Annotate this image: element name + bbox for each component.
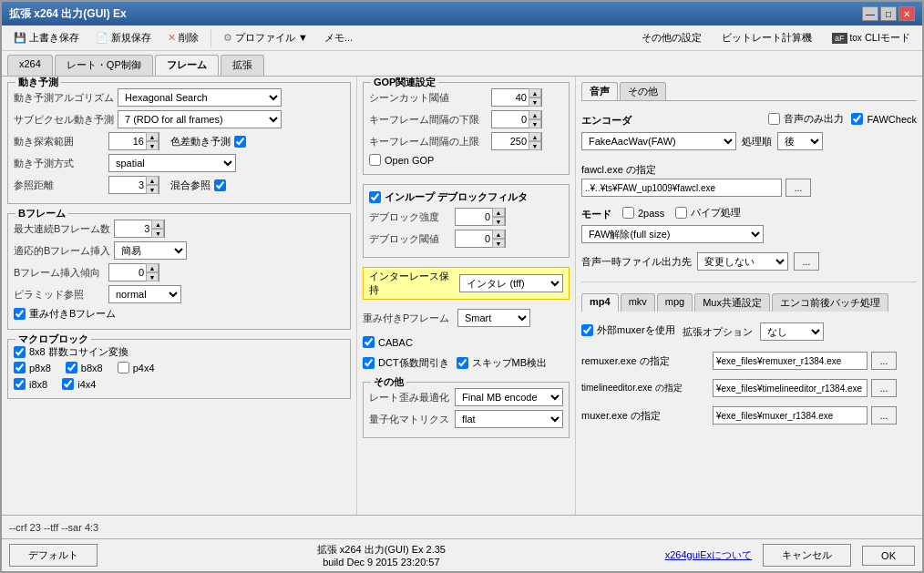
audio-only-checkbox[interactable] — [768, 113, 780, 125]
deblock-threshold-down[interactable]: ▼ — [492, 239, 505, 248]
ref-dist-input[interactable] — [109, 177, 146, 193]
mux-common-tab[interactable]: Mux共通設定 — [694, 293, 770, 312]
other-settings-button[interactable]: その他の設定 — [635, 28, 708, 47]
maximize-button[interactable]: □ — [880, 6, 897, 21]
weighted-bframe-checkbox[interactable] — [14, 308, 26, 320]
keyframe-max-row: キーフレーム間隔の上限 ▲ ▼ — [369, 132, 563, 150]
tab-frame[interactable]: フレーム — [155, 55, 219, 76]
new-save-button[interactable]: 📄 新規保存 — [89, 28, 158, 47]
audio-tab[interactable]: 音声 — [581, 82, 618, 100]
bitrate-calc-button[interactable]: ビットレート計算機 — [715, 28, 818, 47]
bframe-group: Bフレーム 最大連続Bフレーム数 ▲ ▼ 適応的Bフレーム挿入 簡易 — [7, 213, 351, 330]
tab-advanced[interactable]: 拡張 — [221, 55, 264, 76]
mode-select[interactable]: spatial — [108, 154, 236, 172]
algo-select[interactable]: Hexagonal Search — [118, 88, 282, 107]
keyframe-min-up[interactable]: ▲ — [529, 110, 541, 119]
twopass-checkbox[interactable] — [622, 207, 634, 219]
bframe-adapt-select[interactable]: 簡易 — [114, 241, 187, 260]
enco-batch-tab[interactable]: エンコ前後バッチ処理 — [772, 293, 888, 312]
pipe-checkbox[interactable] — [675, 207, 687, 219]
profile-button[interactable]: ⚙ プロファイル ▼ — [217, 28, 314, 47]
chroma-checkbox[interactable] — [234, 136, 246, 148]
mode-select[interactable]: FAW解除(full size) — [581, 225, 764, 243]
keyframe-max-up[interactable]: ▲ — [529, 132, 541, 141]
deblock-strength-up[interactable]: ▲ — [492, 208, 505, 217]
keyframe-max-input[interactable] — [492, 133, 529, 149]
bframe-max-input[interactable] — [115, 220, 151, 237]
dct8x8-checkbox[interactable] — [14, 346, 26, 358]
cabac-checkbox[interactable] — [363, 336, 375, 348]
keyframe-max-down[interactable]: ▼ — [529, 141, 541, 150]
deblock-threshold-input[interactable] — [456, 230, 492, 247]
overwrite-save-button[interactable]: 💾 上書き保存 — [7, 28, 86, 47]
keyframe-min-input[interactable] — [492, 111, 529, 128]
quantize-select[interactable]: flat — [455, 410, 563, 428]
tab-x264[interactable]: x264 — [7, 55, 53, 76]
search-range-down[interactable]: ▼ — [146, 141, 159, 150]
cli-mode-button[interactable]: aF tox CLIモード — [826, 28, 917, 47]
bframe-bias-input[interactable] — [109, 264, 146, 281]
after-select[interactable]: 後 — [777, 132, 823, 150]
about-link[interactable]: x264guiExについて — [665, 548, 752, 562]
muxer-browse-button[interactable]: ... — [871, 406, 897, 425]
minimize-button[interactable]: — — [862, 6, 878, 21]
interlace-select[interactable]: インタレ (tff) — [459, 274, 563, 292]
search-range-input[interactable] — [109, 133, 146, 149]
scene-cut-down[interactable]: ▼ — [529, 97, 541, 107]
default-button[interactable]: デフォルト — [9, 544, 98, 567]
dct-checkbox[interactable] — [363, 357, 375, 369]
keyframe-min-down[interactable]: ▼ — [529, 119, 541, 128]
mkv-tab[interactable]: mkv — [621, 293, 655, 312]
rate-dist-select[interactable]: Final MB encode — [455, 388, 563, 406]
weighted-p-select[interactable]: Smart — [457, 309, 530, 327]
bframe-max-up[interactable]: ▲ — [151, 220, 164, 229]
deblock-strength-input[interactable] — [456, 209, 492, 225]
faw-check-checkbox[interactable] — [851, 113, 863, 125]
deblock-checkbox[interactable] — [369, 191, 381, 203]
mp4-tab[interactable]: mp4 — [581, 293, 619, 312]
skip-mb-checkbox[interactable] — [457, 357, 468, 369]
bframe-max-down[interactable]: ▼ — [151, 229, 164, 238]
cancel-button[interactable]: キャンセル — [763, 544, 851, 567]
use-external-checkbox[interactable] — [581, 324, 593, 336]
bottom-cmd-bar: --crf 23 --tff --sar 4:3 — [2, 515, 922, 538]
search-range-up[interactable]: ▲ — [146, 132, 159, 141]
timelineeditor-input[interactable] — [713, 379, 868, 397]
delete-button[interactable]: ✕ 削除 — [161, 28, 205, 47]
deblock-threshold-up[interactable]: ▲ — [492, 230, 505, 239]
memo-button[interactable]: メモ... — [318, 28, 359, 47]
tab-rate-qp[interactable]: レート・QP制御 — [55, 55, 153, 76]
fawcl-input[interactable] — [581, 179, 782, 197]
ref-dist-up[interactable]: ▲ — [146, 176, 159, 185]
scene-cut-up[interactable]: ▲ — [529, 88, 541, 97]
deblock-strength-down[interactable]: ▼ — [492, 217, 505, 226]
twopass-row: 2pass — [622, 207, 664, 219]
ref-dist-down[interactable]: ▼ — [146, 185, 159, 194]
p8x8-checkbox[interactable] — [14, 362, 26, 373]
scene-cut-input[interactable] — [492, 89, 529, 106]
muxer-input[interactable] — [713, 406, 868, 425]
p4x4-checkbox[interactable] — [118, 362, 129, 373]
mpg-tab[interactable]: mpg — [657, 293, 693, 312]
ext-option-select[interactable]: なし — [760, 322, 824, 341]
remuxer-browse-button[interactable]: ... — [871, 352, 897, 370]
other-tab[interactable]: その他 — [620, 82, 666, 100]
ok-button[interactable]: OK — [862, 546, 915, 566]
remuxer-input[interactable] — [713, 352, 868, 370]
i4x4-checkbox[interactable] — [62, 378, 74, 390]
timelineeditor-browse-button[interactable]: ... — [871, 379, 897, 397]
encoder-select[interactable]: FakeAacWav(FAW) — [581, 132, 736, 150]
fawcl-browse-button[interactable]: ... — [785, 179, 811, 197]
pyramid-select[interactable]: normal — [108, 285, 181, 303]
i8x8-checkbox[interactable] — [14, 378, 26, 390]
bframe-bias-up[interactable]: ▲ — [146, 263, 159, 272]
open-gop-checkbox[interactable] — [369, 154, 381, 166]
mixed-ref-checkbox[interactable] — [214, 179, 226, 191]
audio-output-select[interactable]: 変更しない — [697, 252, 788, 271]
close-button[interactable]: ✕ — [898, 6, 915, 21]
subpixel-select[interactable]: 7 (RDO for all frames) — [118, 110, 282, 128]
pipe-row: パイプ処理 — [675, 206, 741, 220]
bframe-bias-down[interactable]: ▼ — [146, 272, 159, 281]
audio-output-browse-button[interactable]: ... — [794, 252, 819, 271]
b8x8-checkbox[interactable] — [66, 362, 77, 373]
